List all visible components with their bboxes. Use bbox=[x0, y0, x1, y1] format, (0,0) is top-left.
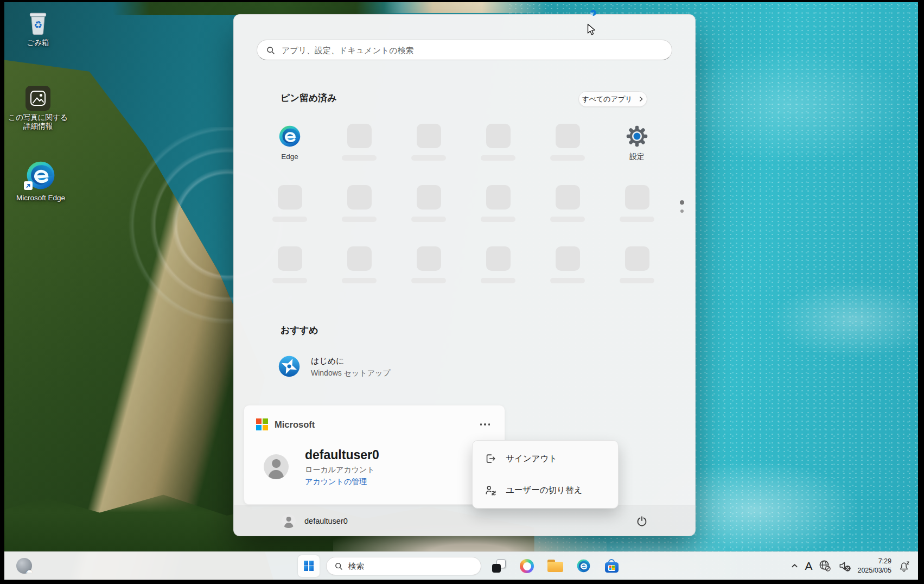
taskbar-search-box[interactable] bbox=[326, 557, 481, 575]
start-button[interactable] bbox=[298, 555, 320, 577]
recommended-item-subtitle: Windows セットアップ bbox=[311, 368, 391, 378]
taskbar: ☁ A 7:29 20 bbox=[4, 551, 918, 580]
placeholder-tile-icon bbox=[347, 185, 372, 210]
settings-gear-icon bbox=[625, 124, 649, 148]
account-card: Microsoft defaultuser0 ローカルアカウント アカウントの管… bbox=[244, 405, 505, 505]
pinned-app-placeholder bbox=[255, 242, 324, 303]
copilot-icon bbox=[520, 559, 534, 573]
pinned-app-label: 設定 bbox=[630, 153, 645, 161]
start-menu: ピン留め済み すべてのアプリ Edge 設定 おすすめ bbox=[233, 14, 696, 536]
placeholder-tile-icon bbox=[556, 124, 580, 148]
desktop-icon-label: Microsoft Edge bbox=[16, 194, 65, 202]
weather-widget-icon[interactable]: ☁ bbox=[16, 558, 32, 574]
pinned-app-settings[interactable]: 設定 bbox=[602, 119, 672, 180]
tray-clock[interactable]: 7:29 2025/03/05 bbox=[857, 557, 891, 575]
sign-out-icon bbox=[485, 453, 496, 465]
pinned-apps-grid: Edge 設定 bbox=[255, 119, 672, 303]
ime-mode-indicator[interactable]: A bbox=[805, 560, 812, 572]
placeholder-tile-icon bbox=[486, 124, 511, 148]
chevron-right-icon bbox=[638, 96, 644, 102]
account-card-more-button[interactable] bbox=[474, 417, 496, 431]
pinned-app-placeholder bbox=[463, 242, 533, 303]
placeholder-tile-icon bbox=[347, 124, 372, 148]
power-icon bbox=[636, 515, 648, 527]
start-search-input[interactable] bbox=[282, 46, 663, 55]
account-context-menu: サインアウト ユーザーの切り替え bbox=[472, 440, 619, 509]
desktop-icon-recycle-bin[interactable]: ごみ箱 bbox=[8, 10, 68, 47]
page-dot-inactive[interactable] bbox=[680, 210, 684, 213]
tray-time: 7:29 bbox=[857, 557, 891, 566]
store-icon bbox=[605, 559, 619, 573]
placeholder-tile-icon bbox=[556, 185, 580, 210]
network-globe-offline-icon[interactable] bbox=[818, 559, 832, 573]
placeholder-label bbox=[272, 278, 307, 283]
microsoft-logo-icon bbox=[256, 418, 268, 430]
placeholder-label bbox=[272, 217, 307, 222]
menu-item-label: サインアウト bbox=[506, 453, 557, 465]
placeholder-tile-icon bbox=[417, 124, 441, 148]
menu-item-label: ユーザーの切り替え bbox=[506, 485, 582, 496]
task-view-button[interactable] bbox=[488, 555, 509, 577]
switch-user-icon bbox=[485, 484, 496, 496]
tray-chevron-up-icon[interactable] bbox=[791, 562, 799, 570]
copilot-button[interactable] bbox=[516, 555, 538, 577]
placeholder-label bbox=[411, 278, 446, 283]
taskbar-search-input[interactable] bbox=[348, 562, 473, 570]
desktop-icon-photo-info[interactable]: この写真に関する詳細情報 bbox=[8, 86, 68, 131]
notification-bell-icon[interactable] bbox=[897, 560, 910, 573]
wallpaper-trees bbox=[113, 2, 417, 15]
edge-taskbar-button[interactable] bbox=[572, 555, 594, 577]
placeholder-label bbox=[411, 217, 446, 222]
placeholder-tile-icon bbox=[347, 246, 372, 271]
mouse-cursor-icon bbox=[585, 23, 598, 36]
recycle-bin-icon bbox=[26, 10, 50, 36]
manage-account-link[interactable]: アカウントの管理 bbox=[305, 477, 367, 486]
get-started-icon bbox=[277, 354, 301, 378]
pinned-app-label: Edge bbox=[281, 153, 298, 161]
pinned-app-placeholder bbox=[324, 242, 394, 303]
menu-item-sign-out[interactable]: サインアウト bbox=[473, 443, 618, 474]
account-type-label: ローカルアカウント bbox=[305, 465, 375, 474]
microsoft-store-button[interactable] bbox=[601, 555, 622, 577]
placeholder-tile-icon bbox=[417, 185, 441, 210]
placeholder-label bbox=[550, 278, 585, 283]
menu-item-switch-user[interactable]: ユーザーの切り替え bbox=[473, 474, 618, 506]
desktop-icon-edge[interactable]: Microsoft Edge bbox=[8, 160, 73, 202]
account-avatar bbox=[264, 454, 289, 479]
pinned-app-placeholder bbox=[533, 180, 602, 242]
desktop-icon-label: ごみ箱 bbox=[27, 39, 49, 47]
placeholder-label bbox=[481, 278, 515, 283]
page-dot-active[interactable] bbox=[680, 200, 684, 205]
edge-icon bbox=[278, 124, 302, 148]
recommended-item-get-started[interactable]: はじめに Windows セットアップ bbox=[277, 354, 391, 378]
placeholder-label bbox=[342, 155, 377, 161]
placeholder-tile-icon bbox=[556, 246, 580, 271]
placeholder-label bbox=[481, 155, 515, 161]
start-menu-footer: defaultuser0 bbox=[234, 505, 695, 536]
search-icon bbox=[334, 562, 343, 570]
footer-avatar bbox=[282, 514, 296, 528]
start-search-box[interactable] bbox=[257, 40, 672, 60]
pinned-app-edge[interactable]: Edge bbox=[255, 119, 324, 180]
pinned-page-dots[interactable] bbox=[680, 200, 684, 213]
edge-icon bbox=[25, 160, 56, 191]
all-apps-label: すべてのアプリ bbox=[582, 94, 632, 104]
recommended-section-title: おすすめ bbox=[281, 324, 318, 337]
pinned-app-placeholder bbox=[463, 119, 533, 180]
pinned-app-placeholder bbox=[324, 119, 394, 180]
power-button[interactable] bbox=[630, 509, 654, 533]
pinned-app-placeholder bbox=[533, 242, 602, 303]
placeholder-label bbox=[411, 155, 446, 161]
footer-user-button[interactable]: defaultuser0 bbox=[282, 505, 348, 536]
file-explorer-button[interactable] bbox=[544, 555, 566, 577]
placeholder-label bbox=[342, 217, 377, 222]
placeholder-tile-icon bbox=[486, 246, 511, 271]
all-apps-button[interactable]: すべてのアプリ bbox=[578, 91, 647, 107]
placeholder-tile-icon bbox=[486, 185, 511, 210]
pinned-app-placeholder bbox=[255, 180, 324, 242]
tray-date: 2025/03/05 bbox=[857, 566, 891, 575]
placeholder-tile-icon bbox=[625, 185, 649, 210]
volume-muted-icon[interactable] bbox=[838, 559, 851, 573]
pinned-app-placeholder bbox=[324, 180, 394, 242]
placeholder-label bbox=[342, 278, 377, 283]
